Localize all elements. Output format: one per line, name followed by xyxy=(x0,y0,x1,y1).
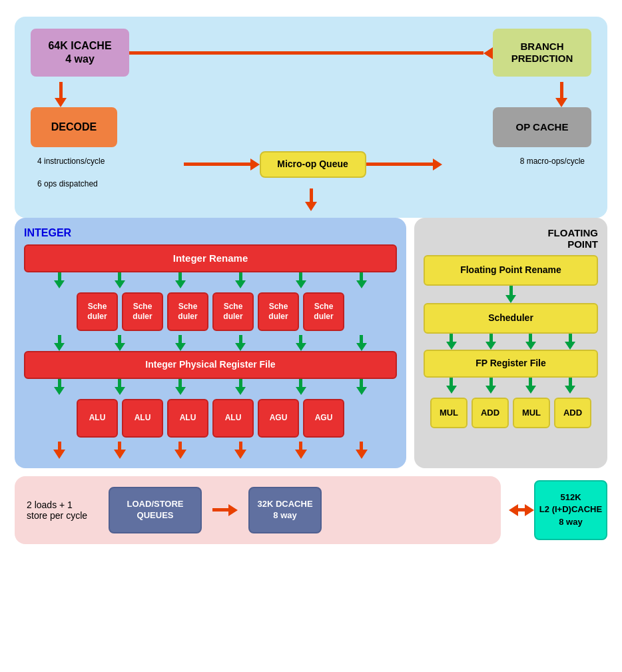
g-arrow8 xyxy=(115,335,125,351)
o-arrow3 xyxy=(174,442,186,459)
icache-label: 64K ICACHE 4 way xyxy=(48,39,111,65)
h-line-left xyxy=(184,163,250,166)
agu2-label: AGU xyxy=(315,413,333,422)
g-arrow3 xyxy=(175,272,186,288)
sched6: Scheduler xyxy=(303,292,344,331)
alu1: ALU xyxy=(77,399,118,438)
agu1-label: AGU xyxy=(270,413,288,422)
decode-label: DECODE xyxy=(51,121,97,133)
fp-g-arrow2 xyxy=(446,334,457,350)
arrow-v-microop xyxy=(310,188,313,202)
sched5-label: Scheduler xyxy=(268,302,288,321)
dcache-box: 32K DCACHE 8 way xyxy=(248,487,322,533)
alu2: ALU xyxy=(122,399,163,438)
green-arrows-to-regfile xyxy=(24,335,397,351)
opcache-label: OP CACHE xyxy=(516,121,569,133)
g-arrow1 xyxy=(54,272,65,288)
arrow-line-v xyxy=(59,82,63,98)
sched3-label: Scheduler xyxy=(178,302,197,321)
fp-g-arrow7 xyxy=(485,378,496,394)
alu4: ALU xyxy=(212,399,254,438)
g-arrow15 xyxy=(175,379,186,395)
branch-label: BRANCH PREDICTION xyxy=(511,41,573,65)
branch-col: BRANCH PREDICTION xyxy=(493,29,591,77)
sched1-label: Scheduler xyxy=(87,302,107,321)
microop-arrows-in: Micro-op Queue xyxy=(31,151,591,178)
arrow-head-down2 xyxy=(555,98,567,107)
icache-down-arrow xyxy=(55,82,67,107)
alu-row: ALU ALU ALU ALU AGU AGU xyxy=(24,399,397,438)
l2cache-box: 512K L2 (I+D)CACHE 8 way xyxy=(534,480,607,540)
add1-label: ADD xyxy=(481,408,499,418)
microop-label: Micro-op Queue xyxy=(277,159,348,170)
mul1-label: MUL xyxy=(440,408,458,418)
microop-down-container xyxy=(31,188,591,211)
alu2-label: ALU xyxy=(135,413,151,422)
fp-scheduler-label: Scheduler xyxy=(488,312,533,324)
fp-arrow1 xyxy=(424,286,598,303)
arrow-head-microop xyxy=(305,202,317,211)
top-section: 64K ICACHE 4 way BRANCH PREDICTION xyxy=(15,17,607,218)
integer-label: INTEGER xyxy=(24,227,397,239)
green-arrows-to-alu xyxy=(24,379,397,395)
dcache-label: 32K DCACHE 8 way xyxy=(258,499,313,521)
sched4: Scheduler xyxy=(212,292,254,331)
g-arrow7 xyxy=(54,335,65,351)
sched4-label: Scheduler xyxy=(223,302,242,321)
decode-to-microop xyxy=(180,159,260,170)
label-8macro: 8 macro-ops/cycle xyxy=(520,157,585,166)
fp-rename-label: Floating Point Rename xyxy=(460,264,561,276)
mul2-label: MUL xyxy=(522,408,541,418)
green-arrows-to-sched xyxy=(24,272,397,288)
add1-box: ADD xyxy=(471,398,509,428)
arrow-head-left xyxy=(483,47,493,59)
schedulers-row: Scheduler Scheduler Scheduler Scheduler … xyxy=(24,292,397,331)
fp-label: FLOATING POINT xyxy=(424,227,598,250)
middle-section: INTEGER Integer Rename Scheduler Schedul… xyxy=(15,218,607,468)
arrow-line-h xyxy=(129,51,483,55)
add2-label: ADD xyxy=(563,408,582,418)
sched2: Scheduler xyxy=(122,292,163,331)
loadstore-label: LOAD/STORE QUEUES xyxy=(127,499,184,521)
arrow-to-dcache xyxy=(228,504,238,516)
microop-box: Micro-op Queue xyxy=(260,151,366,178)
branch-icache-arrow xyxy=(129,47,493,59)
to-dcache-arrow xyxy=(212,504,238,516)
arrow-from-right xyxy=(433,159,442,170)
g-arrow5 xyxy=(296,272,306,288)
dbl-arrow-right xyxy=(525,504,534,516)
alu3-label: ALU xyxy=(180,413,196,422)
fp-g-arrow5 xyxy=(565,334,575,350)
opcache-box: OP CACHE xyxy=(493,107,591,147)
diagram: 64K ICACHE 4 way BRANCH PREDICTION xyxy=(8,10,614,663)
arrow-to-microop-left xyxy=(250,159,260,170)
g-arrow6 xyxy=(356,272,367,288)
fp-g-arrow4 xyxy=(525,334,536,350)
int-regfile-label: Integer Physical Register File xyxy=(145,359,275,370)
add2-box: ADD xyxy=(554,398,591,428)
integer-rename-box: Integer Rename xyxy=(24,244,397,272)
fp-regfile-box: FP Register File xyxy=(424,350,598,378)
int-regfile-box: Integer Physical Register File xyxy=(24,351,397,379)
mul2-box: MUL xyxy=(513,398,550,428)
g-arrow11 xyxy=(296,335,306,351)
icache-box: 64K ICACHE 4 way xyxy=(31,29,129,77)
fp-g-arrow1 xyxy=(505,286,516,303)
loadstore-box: LOAD/STORE QUEUES xyxy=(109,487,202,533)
dbl-line xyxy=(518,508,525,511)
double-arrow xyxy=(509,504,534,516)
mul-add-row: MUL ADD MUL ADD xyxy=(424,398,598,428)
fp-g-arrow8 xyxy=(525,378,536,394)
fp-scheduler-box: Scheduler xyxy=(424,303,598,334)
sched2-label: Scheduler xyxy=(133,302,152,321)
alu3: ALU xyxy=(167,399,208,438)
bottom-left: 2 loads + 1 store per cycle LOAD/STORE Q… xyxy=(15,476,501,544)
g-arrow10 xyxy=(235,335,246,351)
o-arrow2 xyxy=(114,442,126,459)
g-arrow18 xyxy=(356,379,367,395)
o-arrow6 xyxy=(356,442,368,459)
integer-section: INTEGER Integer Rename Scheduler Schedul… xyxy=(15,218,406,468)
label-6ops: 6 ops dispatched xyxy=(37,179,591,188)
orange-arrows-from-alu xyxy=(24,442,397,459)
arrow-head-down xyxy=(55,98,67,107)
